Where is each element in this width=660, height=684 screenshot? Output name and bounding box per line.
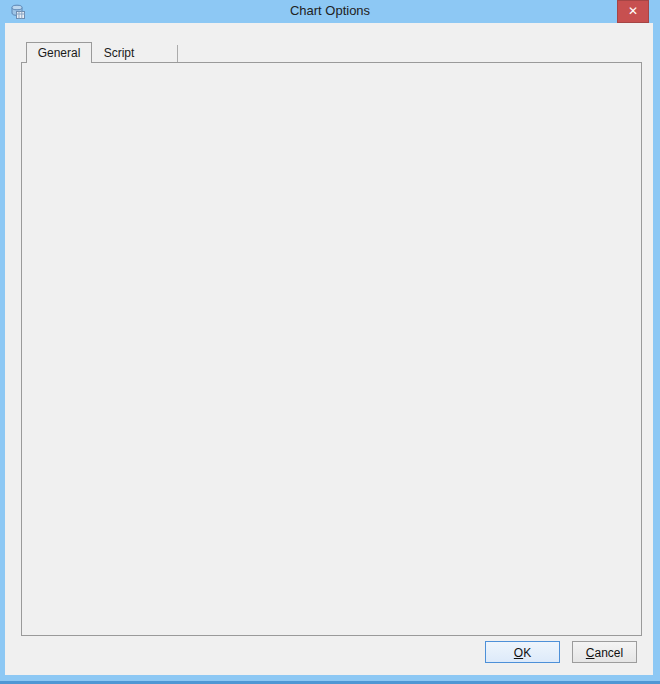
close-button[interactable]: ✕	[617, 0, 649, 23]
ok-button[interactable]: OK	[485, 641, 560, 663]
chart-options-dialog: Chart Options ✕ General Script	[0, 0, 660, 684]
tab-content-panel	[21, 62, 642, 636]
title-bar: Chart Options ✕	[0, 0, 660, 23]
cancel-button[interactable]: Cancel	[572, 641, 637, 663]
tab-divider	[177, 45, 178, 62]
window-title: Chart Options	[0, 3, 660, 18]
tab-general[interactable]: General	[26, 42, 92, 63]
tab-script[interactable]: Script	[92, 45, 146, 62]
